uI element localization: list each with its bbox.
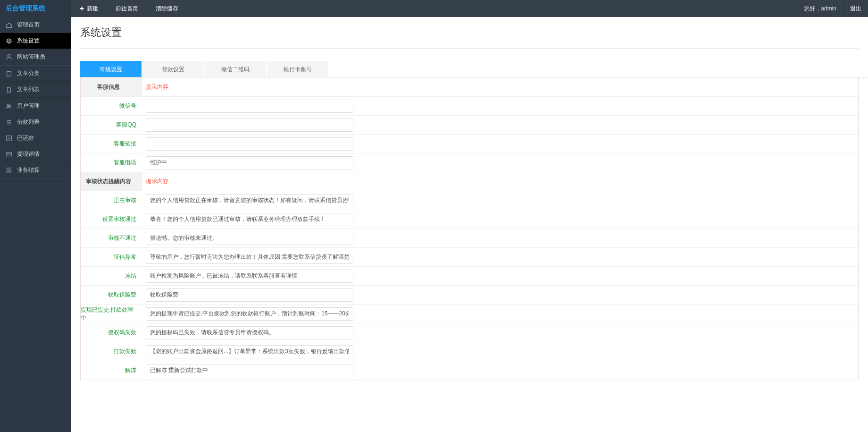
insurance-input[interactable]	[146, 288, 353, 302]
audit-fail-input[interactable]	[146, 232, 353, 245]
frozen-input[interactable]	[146, 270, 353, 283]
section-hint: 提示内容	[142, 172, 858, 191]
field-label: 解冻	[81, 361, 142, 380]
field-insurance: 收取保险费	[81, 285, 858, 304]
mail-icon	[6, 151, 12, 158]
sidebar-item-label: 提现详情	[17, 150, 40, 158]
field-label: 冻结	[81, 267, 142, 285]
sidebar-item-label: 已还款	[17, 134, 34, 142]
field-auditing: 正在审核	[81, 191, 858, 210]
section-hint: 提示内容	[142, 77, 858, 96]
field-label: 正在审核	[81, 191, 142, 210]
svg-point-1	[8, 54, 10, 57]
sidebar-item-dashboard[interactable]: 管理首页	[0, 17, 71, 33]
field-auth-expired: 授权码失效	[81, 323, 858, 342]
field-label: 提现已提交,打款处理中	[81, 305, 142, 323]
sidebar: 管理首页 系统设置 网站管理员 文章分类 文章列表	[0, 17, 71, 432]
sidebar-item-article-cat[interactable]: 文章分类	[0, 66, 71, 82]
sidebar-item-article-list[interactable]: 文章列表	[0, 82, 71, 98]
topbar-greeting: 您好，admin	[797, 0, 843, 17]
field-label: 审核不通过	[81, 229, 142, 247]
pay-fail-input[interactable]	[146, 345, 353, 358]
sidebar-item-label: 管理首页	[17, 21, 40, 29]
svg-point-3	[9, 105, 11, 107]
field-label: 微信号	[81, 97, 142, 115]
tab-bankcard[interactable]: 银行卡账号	[267, 61, 328, 77]
auditing-input[interactable]	[146, 194, 353, 207]
audit-pass-input[interactable]	[146, 213, 353, 226]
sidebar-item-label: 文章列表	[17, 85, 40, 93]
field-unfreeze: 解冻	[81, 361, 858, 380]
wechat-input[interactable]	[146, 100, 353, 113]
sidebar-item-label: 文章分类	[17, 69, 40, 77]
sidebar-item-label: 系统设置	[17, 37, 40, 45]
field-label: 客服电话	[81, 153, 142, 172]
sidebar-item-label: 借款列表	[17, 118, 40, 126]
topbar-clear-label: 清除缓存	[156, 5, 178, 13]
section-header-audit: 审核状态提醒内容 提示内容	[81, 172, 858, 191]
page-divider	[80, 48, 859, 49]
main-content: 系统设置 常规设置 贷款设置 微信二维码 银行卡账号 客服信息 提示内容 微信号…	[71, 17, 868, 432]
field-label: 客服QQ	[81, 116, 142, 134]
topbar-clear-cache-button[interactable]: 清除缓存	[147, 0, 187, 17]
sidebar-item-withdraw[interactable]: 提现详情	[0, 146, 71, 162]
tab-loan[interactable]: 贷款设置	[142, 61, 204, 77]
sidebar-item-user-mgmt[interactable]: 用户管理	[0, 98, 71, 114]
field-withdraw-submitted: 提现已提交,打款处理中	[81, 304, 858, 323]
field-label: 客服链接	[81, 135, 142, 153]
topbar-new-label: 新建	[87, 5, 98, 13]
tab-bar: 常规设置 贷款设置 微信二维码 银行卡账号	[80, 61, 868, 77]
field-label: 收取保险费	[81, 286, 142, 304]
field-pay-fail: 打款失败	[81, 342, 858, 361]
credit-err-input[interactable]	[146, 251, 353, 264]
field-label: 征信异常	[81, 248, 142, 266]
auth-expired-input[interactable]	[146, 326, 353, 339]
sidebar-item-repaid[interactable]: 已还款	[0, 130, 71, 146]
brand: 后台管理系统	[0, 0, 71, 17]
unfreeze-input[interactable]	[146, 364, 353, 377]
svg-point-2	[7, 104, 9, 106]
settings-form: 客服信息 提示内容 微信号 客服QQ 客服链接 客服电话 审核状态提	[80, 77, 859, 380]
tab-wechat-qr[interactable]: 微信二维码	[205, 61, 266, 77]
svg-rect-6	[7, 168, 11, 173]
topbar: 后台管理系统 新建 前往首页 清除缓存 您好，admin 退出	[0, 0, 868, 17]
tab-general[interactable]: 常规设置	[80, 61, 142, 77]
withdraw-sub-input[interactable]	[146, 307, 353, 321]
sidebar-item-label: 业务结算	[17, 166, 40, 174]
field-credit-err: 征信异常	[81, 247, 858, 266]
plus-icon	[80, 5, 84, 12]
field-audit-fail: 审核不通过	[81, 229, 858, 247]
sidebar-item-label: 网站管理员	[17, 53, 45, 61]
field-audit-pass: 设置审核通过	[81, 210, 858, 229]
check-icon	[6, 135, 12, 142]
list-icon	[6, 119, 12, 126]
gear-icon	[6, 38, 12, 44]
field-label: 设置审核通过	[81, 210, 142, 229]
user-icon	[6, 54, 12, 60]
field-label: 打款失败	[81, 342, 142, 361]
users-icon	[6, 103, 12, 110]
phone-input[interactable]	[146, 156, 353, 169]
sidebar-item-loan-list[interactable]: 借款列表	[0, 114, 71, 130]
topbar-right: 您好，admin 退出	[797, 0, 868, 17]
topbar-home-label: 前往首页	[116, 5, 138, 13]
field-label: 授权码失效	[81, 323, 142, 342]
sidebar-item-settlement[interactable]: 业务结算	[0, 162, 71, 178]
field-qq: 客服QQ	[81, 115, 858, 134]
sidebar-item-label: 用户管理	[17, 102, 40, 110]
doc-icon	[6, 86, 12, 93]
qq-input[interactable]	[146, 119, 353, 132]
logout-button[interactable]: 退出	[843, 0, 868, 17]
link-input[interactable]	[146, 137, 353, 151]
section-title: 审核状态提醒内容	[81, 172, 142, 191]
topbar-home-button[interactable]: 前往首页	[107, 0, 147, 17]
field-link: 客服链接	[81, 134, 858, 153]
topbar-new-button[interactable]: 新建	[71, 0, 107, 17]
calc-icon	[6, 167, 12, 174]
sidebar-item-site-admin[interactable]: 网站管理员	[0, 49, 71, 65]
home-icon	[6, 22, 12, 28]
field-wechat: 微信号	[81, 96, 858, 115]
sidebar-item-system-setting[interactable]: 系统设置	[0, 33, 71, 49]
field-phone: 客服电话	[81, 153, 858, 172]
book-icon	[6, 70, 12, 77]
